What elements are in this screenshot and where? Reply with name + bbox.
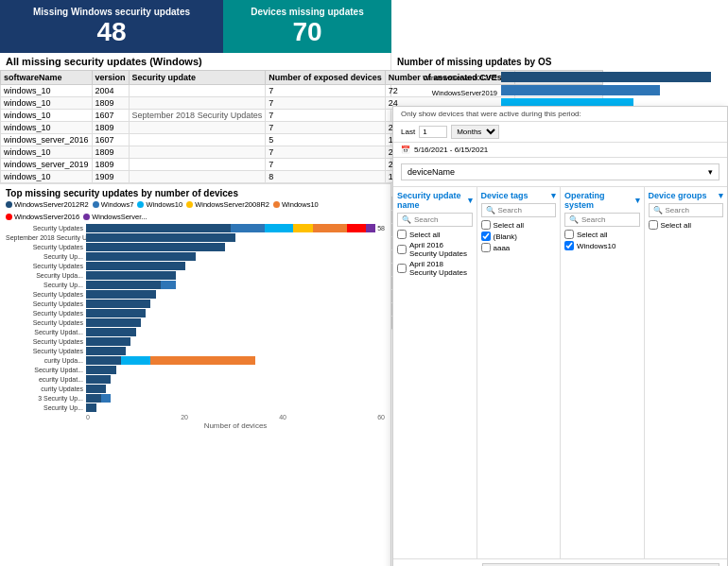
legend-item: WindowsServer... [83,213,147,221]
dg-select-all[interactable]: Select all [649,220,724,230]
dg-search[interactable]: 🔍 [649,203,724,217]
table-cell: 1809 [92,159,129,171]
kpi-devices-title: Devices missing updates [251,7,364,18]
filter-col-os: Operating system ▾ 🔍 Select all Windows1… [561,187,645,558]
legend-dot [273,201,280,208]
bar-segment [86,224,231,232]
bar-row [86,300,385,308]
option1-label: April 2016 Security Updates [409,241,473,258]
os-filter-label: Operating system ▾ [564,191,640,210]
tags-select-all[interactable]: Select all [481,220,557,230]
bar-segment [86,394,101,403]
tags-all-label: Select all [494,221,524,230]
table-cell: windows_10 [1,110,93,122]
tags-search[interactable]: 🔍 [481,203,557,217]
filter-option-2[interactable]: April 2018 Security Updates [397,260,473,277]
security-search[interactable]: 🔍 [397,213,473,227]
tags-all-checkbox[interactable] [481,220,491,230]
filter-device-row: deviceName ▾ [393,158,727,187]
table-cell: 7 [266,159,386,171]
bar-row [86,394,385,403]
table-cell: 1809 [92,97,129,110]
filter-select-all[interactable]: Select all [397,230,473,239]
bar-segment [86,300,150,308]
th-software[interactable]: softwareName [1,71,93,85]
table-cell: 1809 [92,146,129,159]
bar-row [86,233,385,242]
date-range-row: 📅 5/16/2021 - 6/15/2021 [393,143,727,158]
os-search-input[interactable] [581,215,635,224]
bar-y-label: curity Upda... [6,356,86,366]
os-search-icon: 🔍 [569,215,579,224]
bar-y-label: Security Updat... [6,366,86,375]
os-all-checkbox[interactable] [564,230,574,239]
bar-y-label: Security Updates [6,300,86,309]
os-option1-checkbox[interactable] [564,241,574,250]
bar-y-label: Security Up... [6,403,86,413]
last-label: Last [401,128,415,136]
period-unit-select[interactable]: Months [451,125,499,139]
bar-row [86,366,385,374]
table-cell: 7 [266,110,386,122]
table-cell: windows_server_2019 [1,159,93,171]
table-cell: September 2018 Security Updates [129,110,266,122]
os-y-label: WindowsServer2019 [397,87,497,100]
table-cell: windows_10 [1,85,93,97]
th-exposed[interactable]: Number of exposed devices [266,71,386,85]
left-panel: All missing security updates (Windows) s… [0,53,391,566]
th-version[interactable]: version [92,71,129,85]
os-option1-label: Windows10 [577,242,615,250]
legend-dot [93,201,99,208]
os-select-all[interactable]: Select all [564,230,640,239]
last-value-input[interactable] [419,126,447,138]
bar-row [86,271,385,280]
tags-aaaa-checkbox[interactable] [481,243,491,252]
bar-segment [161,281,176,289]
bar-y-label: Security Updates [6,290,86,300]
tags-search-icon: 🔍 [486,206,495,214]
dg-search-input[interactable] [666,206,719,214]
bar-row [86,243,385,251]
os-all-label: Select all [577,231,607,239]
bar-segment [265,224,294,232]
tags-blank-option[interactable]: (Blank) [481,232,557,241]
bar-segment [231,224,265,232]
kpi-row: Missing Windows security updates 48 Devi… [0,0,728,53]
option2-checkbox[interactable] [397,264,407,273]
bar-chart-legend: WindowsServer2012R2Windows7Windows10Wind… [6,200,385,221]
legend-label: WindowsServer2016 [14,213,79,221]
table-cell: 1607 [92,134,129,146]
os-option1[interactable]: Windows10 [564,241,640,250]
option2-label: April 2018 Security Updates [409,260,473,277]
dg-all-checkbox[interactable] [649,220,658,230]
dg-all-label: Select all [661,221,691,230]
filter-option-1[interactable]: April 2016 Security Updates [397,241,473,258]
bar-chart-area: Security UpdatesSeptember 2018 Security … [6,224,385,430]
tags-aaaa-option[interactable]: aaaa [481,243,557,252]
device-tags-label: Device tags ▾ [481,191,557,200]
table-cell: windows_10 [1,171,93,183]
chevron-dg-icon: ▾ [719,191,723,200]
tags-blank-checkbox[interactable] [481,232,491,241]
bar-y-label: Security Up... [6,281,86,290]
select-all-checkbox[interactable] [397,230,407,239]
filter-health-row: Device health All [393,559,727,566]
os-search[interactable]: 🔍 [564,213,640,227]
legend-dot [6,214,12,220]
security-search-input[interactable] [414,215,468,224]
option1-checkbox[interactable] [397,245,407,254]
bar-segment [86,281,161,289]
filter-device-select[interactable]: deviceName ▾ [401,163,719,180]
tags-search-input[interactable] [498,206,552,214]
bar-segment [86,262,185,270]
table-cell: 2004 [92,85,129,97]
legend-item: WindowsServer2016 [6,213,79,221]
table-cell: 1909 [92,171,129,183]
table-cell [129,97,266,110]
filter-columns: Security update name ▾ 🔍 Select all Apri… [393,187,727,559]
bar-x-axis: 0 20 40 60 [86,414,385,420]
chevron-tags-icon: ▾ [551,191,556,200]
bar-segment [86,337,130,346]
th-security[interactable]: Security update [129,71,266,85]
device-groups-label: Device groups ▾ [649,191,724,200]
